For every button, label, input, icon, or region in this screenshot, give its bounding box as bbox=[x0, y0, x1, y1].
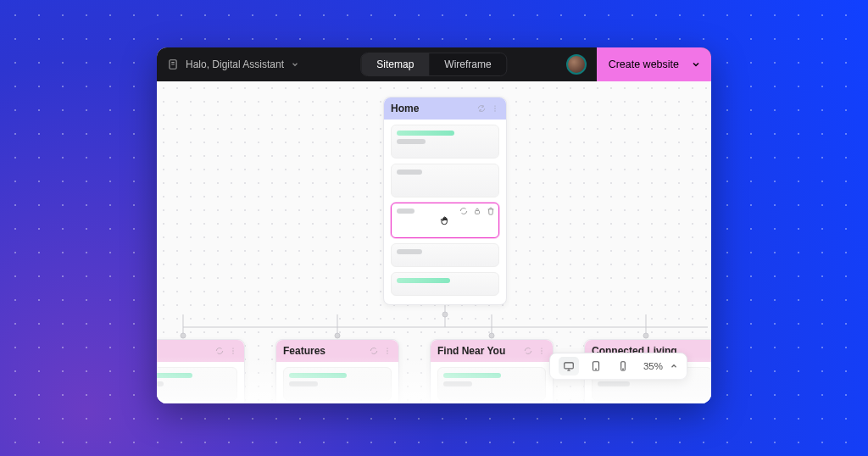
section-block[interactable] bbox=[391, 272, 499, 296]
svg-point-12 bbox=[232, 353, 233, 353]
svg-rect-9 bbox=[476, 211, 480, 214]
section-block[interactable] bbox=[283, 367, 392, 401]
card-features[interactable]: Features bbox=[275, 339, 399, 403]
document-icon bbox=[167, 58, 179, 70]
refresh-icon[interactable] bbox=[524, 347, 532, 355]
avatar[interactable] bbox=[566, 54, 587, 75]
tablet-icon bbox=[590, 360, 602, 372]
card-home-header[interactable]: Home bbox=[384, 97, 506, 120]
refresh-icon[interactable] bbox=[459, 207, 468, 215]
svg-point-18 bbox=[541, 353, 542, 353]
section-block[interactable] bbox=[391, 125, 499, 158]
create-website-label: Create website bbox=[609, 58, 679, 70]
more-icon[interactable] bbox=[491, 104, 499, 113]
svg-point-1 bbox=[442, 312, 448, 317]
svg-point-23 bbox=[623, 369, 624, 370]
svg-point-16 bbox=[541, 348, 542, 348]
svg-point-4 bbox=[489, 333, 494, 338]
card-home-body bbox=[384, 120, 506, 304]
device-mobile-button[interactable] bbox=[613, 357, 633, 375]
grab-cursor-icon bbox=[439, 214, 451, 226]
section-block[interactable] bbox=[391, 164, 499, 197]
svg-point-3 bbox=[335, 333, 340, 338]
device-desktop-button[interactable] bbox=[559, 357, 579, 375]
svg-rect-19 bbox=[565, 363, 574, 369]
card-home-title: Home bbox=[391, 103, 419, 114]
create-website-button[interactable]: Create website bbox=[597, 47, 711, 81]
app-window: Halo, Digital Assistant Sitemap Wirefram… bbox=[157, 47, 711, 403]
tab-wireframe[interactable]: Wireframe bbox=[429, 53, 506, 75]
svg-point-15 bbox=[387, 353, 387, 353]
section-block[interactable] bbox=[157, 367, 237, 401]
refresh-icon[interactable] bbox=[215, 347, 224, 355]
refresh-icon[interactable] bbox=[477, 104, 486, 113]
refresh-icon[interactable] bbox=[370, 347, 378, 355]
svg-point-6 bbox=[494, 105, 495, 106]
svg-point-21 bbox=[596, 369, 597, 370]
card-find-near-you[interactable]: Find Near You bbox=[430, 339, 554, 403]
svg-point-10 bbox=[232, 348, 233, 348]
sitemap-canvas[interactable]: Home bbox=[157, 81, 711, 403]
svg-point-2 bbox=[181, 333, 186, 338]
svg-point-5 bbox=[643, 333, 648, 338]
svg-point-8 bbox=[494, 110, 495, 111]
top-bar: Halo, Digital Assistant Sitemap Wirefram… bbox=[157, 47, 711, 81]
card-features-title: Features bbox=[283, 345, 326, 357]
view-tabs: Sitemap Wireframe bbox=[360, 53, 507, 76]
more-icon[interactable] bbox=[383, 347, 392, 355]
project-title[interactable]: Halo, Digital Assistant bbox=[186, 58, 284, 70]
trash-icon[interactable] bbox=[487, 207, 495, 215]
lock-icon[interactable] bbox=[473, 207, 481, 215]
chevron-down-icon[interactable] bbox=[291, 60, 299, 69]
svg-point-17 bbox=[541, 350, 542, 351]
viewport-toolbar: 35% bbox=[549, 353, 687, 380]
tab-sitemap[interactable]: Sitemap bbox=[361, 53, 429, 75]
card-findnear-header[interactable]: Find Near You bbox=[431, 340, 553, 362]
section-block[interactable] bbox=[437, 367, 546, 401]
section-block[interactable] bbox=[391, 243, 499, 267]
svg-point-13 bbox=[387, 348, 387, 348]
device-tablet-button[interactable] bbox=[586, 357, 606, 375]
card-features-header[interactable]: Features bbox=[276, 340, 398, 362]
desktop-icon bbox=[563, 360, 575, 372]
svg-point-11 bbox=[232, 350, 233, 351]
svg-point-7 bbox=[494, 108, 495, 108]
card-shop-header[interactable]: Shop bbox=[157, 340, 244, 362]
mobile-icon bbox=[617, 360, 629, 372]
more-icon[interactable] bbox=[229, 347, 237, 355]
card-findnear-title: Find Near You bbox=[437, 345, 505, 357]
chevron-down-icon[interactable] bbox=[691, 59, 701, 70]
card-home[interactable]: Home bbox=[383, 97, 507, 305]
zoom-level[interactable]: 35% bbox=[643, 361, 663, 371]
section-block-selected[interactable] bbox=[391, 203, 499, 238]
card-shop[interactable]: Shop bbox=[157, 339, 245, 403]
svg-point-14 bbox=[387, 350, 387, 351]
chevron-up-icon[interactable] bbox=[670, 362, 678, 370]
more-icon[interactable] bbox=[537, 347, 546, 355]
